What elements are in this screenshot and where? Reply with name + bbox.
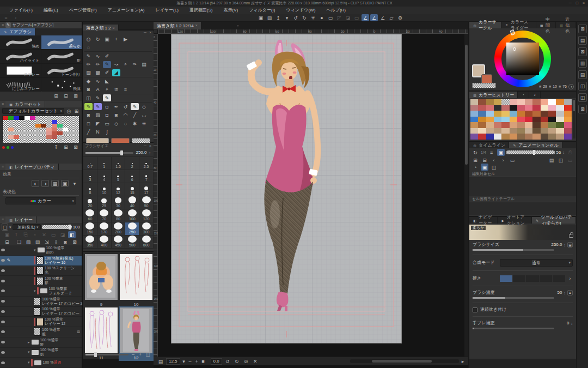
brush-tool-icon[interactable]: ✐ (103, 52, 111, 59)
colorset-swatch[interactable] (57, 139, 63, 143)
colorset-swatch[interactable] (52, 120, 57, 124)
colorset-swatch[interactable] (68, 124, 74, 128)
colorset-swatch[interactable] (35, 116, 41, 120)
history-swatch[interactable] (556, 122, 564, 128)
history-swatch[interactable] (501, 134, 509, 140)
colorset-swatch[interactable] (14, 135, 19, 139)
zoom-dropdown-icon[interactable]: ▾ (182, 358, 186, 365)
layer-row[interactable]: 100 %乗算影 (0, 276, 82, 286)
history-swatch[interactable] (548, 105, 556, 111)
subtool-item[interactable]: 飛沫 (41, 78, 82, 92)
visibility-eye-icon[interactable] (1, 300, 5, 303)
stream-line-tool-icon[interactable]: ≋ (112, 86, 120, 93)
brush-size-item[interactable]: 25 (97, 196, 111, 209)
tone-effect-icon[interactable]: ◑ (41, 180, 49, 187)
history-swatch[interactable] (525, 105, 532, 111)
brush-size-item[interactable]: 1.5 (112, 157, 125, 170)
material-close3-icon[interactable]: ⊠ (578, 105, 587, 113)
ruler-line-tool-icon[interactable]: ╱ (84, 129, 93, 136)
history-swatch[interactable] (486, 134, 494, 140)
colorset-swatch[interactable] (46, 139, 52, 143)
history-swatch[interactable] (478, 117, 486, 123)
colorset-swatch[interactable] (19, 131, 24, 135)
history-swatch[interactable] (541, 122, 548, 128)
colorset-swatch[interactable] (57, 120, 63, 124)
material-close-icon[interactable]: ⊠ (578, 25, 587, 33)
colorset-swatch[interactable] (8, 135, 14, 139)
hardness-seg-2[interactable] (513, 275, 525, 282)
horizontal-scrollbar[interactable] (350, 359, 459, 363)
line-tool-icon[interactable]: ╱ (131, 112, 139, 119)
merge-layer-icon[interactable]: ⇩ (52, 238, 60, 245)
fill-b-tool-icon[interactable]: ◙ (112, 112, 120, 119)
text-tool-icon[interactable]: A (94, 86, 102, 93)
colorset-swatch[interactable] (46, 124, 52, 128)
layer-row[interactable]: ✎100 %加算(発光)レイヤー 16 (0, 256, 82, 266)
colorset-swatch[interactable] (41, 135, 46, 139)
move-tool-icon[interactable]: + (112, 35, 120, 43)
visibility-eye-icon[interactable] (1, 289, 5, 292)
material-doc2-icon[interactable]: ▤ (578, 70, 587, 79)
colorset-swatch[interactable] (24, 128, 30, 131)
visibility-eye-icon[interactable] (1, 269, 5, 272)
colorset-swatch[interactable] (46, 116, 52, 120)
colorset-swatch[interactable] (35, 124, 41, 128)
folder-expand-arrow[interactable]: ▸ (28, 340, 30, 345)
layer-row[interactable]: 100 %通常レイヤー 17 のコピー (0, 307, 82, 317)
history-swatch[interactable] (564, 117, 572, 123)
history-swatch[interactable] (541, 105, 548, 111)
colorset-swatch[interactable] (52, 139, 57, 143)
tab-color-1[interactable]: ≡カラースライダー (501, 22, 536, 28)
colorset-swatch[interactable] (68, 131, 74, 135)
fill-icon[interactable]: ● (318, 14, 326, 21)
undo-icon[interactable]: ↺ (292, 14, 299, 21)
zoom-value[interactable]: 12.5 (166, 358, 180, 365)
colorset-swatch[interactable] (8, 116, 14, 120)
history-scrollbar[interactable] (573, 99, 575, 138)
history-swatch[interactable] (532, 111, 540, 117)
history-swatch[interactable] (510, 105, 517, 111)
history-swatch[interactable] (548, 134, 556, 140)
colorset-swatch[interactable] (46, 120, 52, 124)
page-spread-icon[interactable]: ◫ (145, 351, 151, 358)
folder-expand-arrow[interactable]: ▾ (28, 360, 30, 365)
scrollbar-thumb[interactable] (372, 360, 432, 363)
new-folder-icon[interactable]: ▤ (34, 238, 41, 245)
colorset-swatch[interactable] (74, 131, 79, 135)
colorset-swatch[interactable] (3, 128, 8, 131)
hardness-segments[interactable] (500, 275, 565, 282)
delete-cel-icon[interactable]: ⊟ (481, 156, 488, 164)
sv-indicator[interactable] (513, 47, 516, 51)
add-colorset-icon[interactable]: ⊞ (74, 107, 79, 114)
balloon2-tool-icon[interactable]: ◓ (103, 86, 111, 93)
colorset-swatch[interactable] (24, 135, 30, 139)
rotation-value[interactable]: 0.0 (211, 358, 222, 365)
history-swatch[interactable] (517, 128, 525, 134)
colorset-swatch[interactable] (14, 120, 19, 124)
open-icon[interactable]: ▤ (266, 14, 273, 21)
tab-color-extra-2[interactable]: ◕ (529, 92, 541, 98)
colorset-swatch[interactable] (63, 135, 68, 139)
history-swatch[interactable] (548, 99, 556, 105)
colorset-swatch[interactable] (57, 124, 63, 128)
brush-size-item[interactable]: 2.5 (139, 157, 153, 170)
brush-size-item[interactable]: 5 (112, 170, 125, 183)
spinner-icon[interactable]: ↕ (563, 150, 565, 154)
colorset-swatch[interactable] (57, 135, 63, 139)
history-swatch[interactable] (548, 128, 556, 134)
brush-size-item[interactable]: 17 (139, 183, 153, 196)
brush-size-item[interactable]: 120 (139, 209, 153, 222)
mesh-tool-icon[interactable]: ✳ (140, 120, 148, 127)
zoom-in-icon[interactable]: + (138, 351, 143, 358)
playback-icon[interactable]: ↻ (471, 149, 479, 156)
colorset-swatch[interactable] (3, 116, 8, 120)
colorset-swatch[interactable] (30, 139, 35, 143)
purple-pen-tool-icon[interactable]: ✎ (94, 103, 102, 110)
zoom-out-icon[interactable]: – (131, 351, 136, 358)
zoom-out-icon[interactable]: – (188, 358, 193, 365)
tab-colorset[interactable]: ▦カラーセット (5, 101, 45, 107)
zoom-tool-icon[interactable]: ◎ (84, 35, 93, 43)
register-cel-icon[interactable]: ▣ (481, 164, 488, 171)
brush-size-item[interactable]: 300 (139, 222, 153, 235)
colorset-swatch[interactable] (8, 124, 14, 128)
